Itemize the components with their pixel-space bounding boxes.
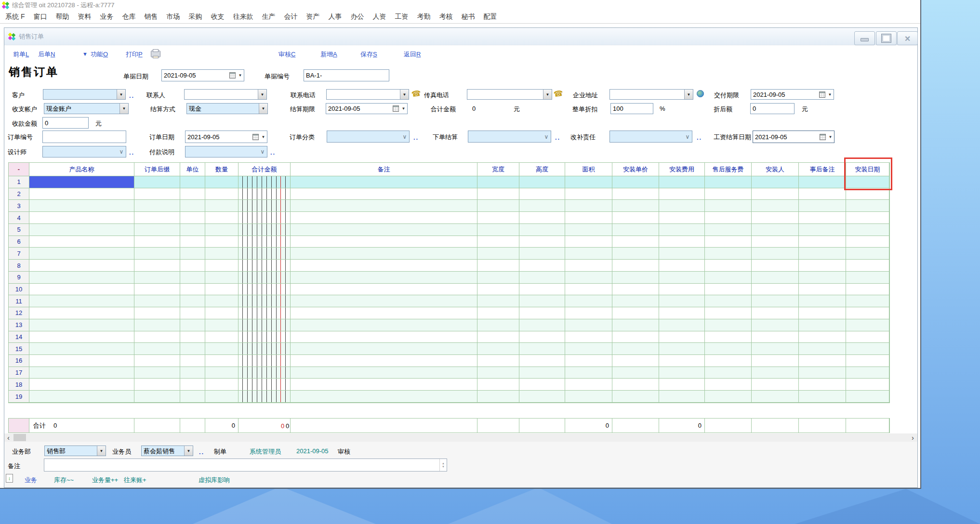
salary-date-picker[interactable]: 2021-09-05 ▼ bbox=[753, 131, 834, 143]
grid-cell[interactable] bbox=[477, 284, 519, 295]
grid-cell[interactable] bbox=[29, 236, 134, 248]
grid-corner-cell[interactable]: - bbox=[9, 163, 29, 176]
menu-item-20[interactable]: 秘书 bbox=[457, 13, 479, 21]
doc-no-input[interactable]: BA-1- bbox=[304, 69, 389, 81]
grid-cell[interactable] bbox=[612, 212, 659, 223]
grid-cell[interactable] bbox=[659, 176, 705, 188]
order-type-browse-button[interactable]: .. bbox=[413, 134, 419, 141]
back-button[interactable]: 返回R bbox=[404, 50, 421, 59]
menu-item-16[interactable]: 人资 bbox=[368, 13, 390, 21]
grid-header-cell[interactable]: 产品名称 bbox=[29, 163, 134, 176]
grid-cell[interactable] bbox=[291, 319, 477, 331]
grid-cell[interactable] bbox=[477, 272, 519, 283]
printer-icon[interactable] bbox=[151, 51, 160, 57]
grid-cell[interactable] bbox=[612, 367, 659, 379]
grid-cell[interactable] bbox=[205, 188, 238, 200]
grid-cell[interactable] bbox=[752, 272, 799, 283]
chevron-down-icon[interactable]: ▼ bbox=[117, 90, 125, 99]
grid-cell[interactable] bbox=[612, 176, 659, 188]
grid-cell[interactable] bbox=[180, 319, 205, 331]
grid-row-number[interactable]: 10 bbox=[9, 284, 29, 295]
menu-item-9[interactable]: 收支 bbox=[206, 13, 228, 21]
grid-cell[interactable] bbox=[705, 224, 752, 236]
grid-row-number[interactable]: 14 bbox=[9, 331, 29, 343]
menu-item-18[interactable]: 考勤 bbox=[412, 13, 435, 21]
grid-cell[interactable] bbox=[134, 367, 180, 379]
grid-cell[interactable] bbox=[180, 379, 205, 390]
grid-cell[interactable] bbox=[205, 295, 238, 307]
grid-header-cell[interactable]: 安装单价 bbox=[612, 163, 659, 176]
grid-cell[interactable] bbox=[29, 260, 134, 271]
menu-item-12[interactable]: 会计 bbox=[279, 13, 302, 21]
grid-cell[interactable] bbox=[134, 391, 180, 402]
grid-cell[interactable] bbox=[705, 331, 752, 343]
grid-cell[interactable] bbox=[29, 367, 134, 379]
grid-cell[interactable] bbox=[477, 295, 519, 307]
grid-cell[interactable] bbox=[705, 248, 752, 259]
grid-cell[interactable] bbox=[565, 391, 612, 402]
grid-cell[interactable] bbox=[799, 307, 846, 319]
grid-cell[interactable] bbox=[705, 379, 752, 390]
grid-cell[interactable] bbox=[846, 379, 889, 390]
grid-cell[interactable] bbox=[846, 248, 889, 259]
order-date-picker[interactable]: 2021-09-05 ▼ bbox=[185, 131, 267, 143]
grid-cell[interactable] bbox=[29, 379, 134, 390]
grid-cell[interactable] bbox=[519, 212, 565, 223]
grid-cell[interactable] bbox=[799, 272, 846, 283]
grid-cell[interactable] bbox=[752, 307, 799, 319]
grid-cell[interactable] bbox=[846, 284, 889, 295]
dept-combo[interactable]: 销售部 ▼ bbox=[44, 445, 106, 456]
scrollbar-thumb[interactable] bbox=[13, 434, 26, 441]
grid-cell[interactable] bbox=[846, 367, 889, 379]
chevron-down-icon[interactable]: ▼ bbox=[119, 104, 128, 114]
grid-cell[interactable] bbox=[29, 224, 134, 236]
print-button[interactable]: 打印P bbox=[126, 50, 143, 59]
menu-item-6[interactable]: 销售 bbox=[140, 13, 162, 21]
grid-cell[interactable] bbox=[612, 307, 659, 319]
function-button[interactable]: 功能O bbox=[91, 50, 108, 59]
grid-cell[interactable] bbox=[180, 236, 205, 248]
grid-cell[interactable] bbox=[752, 212, 799, 223]
grid-cell[interactable] bbox=[659, 355, 705, 367]
grid-cell[interactable] bbox=[238, 176, 291, 188]
contact-combo[interactable]: ▼ bbox=[184, 89, 267, 100]
grid-cell[interactable] bbox=[29, 200, 134, 211]
grid-cell[interactable] bbox=[238, 260, 291, 271]
grid-row-number[interactable]: 13 bbox=[9, 319, 29, 331]
grid-cell[interactable] bbox=[180, 355, 205, 367]
grid-cell[interactable] bbox=[134, 343, 180, 354]
grid-cell[interactable] bbox=[477, 319, 519, 331]
grid-cell[interactable] bbox=[752, 379, 799, 390]
grid-row-number[interactable]: 16 bbox=[9, 355, 29, 367]
grid-cell[interactable] bbox=[291, 200, 477, 211]
phone-icon[interactable]: ☎ bbox=[553, 89, 564, 99]
grid-cell[interactable] bbox=[180, 307, 205, 319]
grid-cell[interactable] bbox=[134, 200, 180, 211]
scroll-left-arrow[interactable]: ‹ bbox=[4, 433, 13, 442]
grid-cell[interactable] bbox=[29, 272, 134, 283]
grid-cell[interactable] bbox=[519, 200, 565, 211]
payment-note-combo[interactable]: ∨ bbox=[185, 146, 267, 157]
grid-cell[interactable] bbox=[519, 307, 565, 319]
grid-cell[interactable] bbox=[705, 176, 752, 188]
chevron-down-icon[interactable]: ▼ bbox=[97, 446, 106, 456]
grid-cell[interactable] bbox=[477, 367, 519, 379]
grid-cell[interactable] bbox=[565, 224, 612, 236]
chevron-down-icon[interactable]: ▼ bbox=[827, 135, 834, 139]
menu-item-4[interactable]: 业务 bbox=[95, 13, 118, 21]
grid-header-cell[interactable]: 事后备注 bbox=[799, 163, 846, 176]
grid-cell[interactable] bbox=[205, 319, 238, 331]
grid-cell[interactable] bbox=[205, 236, 238, 248]
grid-cell[interactable] bbox=[238, 391, 291, 402]
grid-cell[interactable] bbox=[519, 295, 565, 307]
grid-header-cell[interactable]: 订单后缀 bbox=[134, 163, 180, 176]
grid-header-cell[interactable]: 备注 bbox=[291, 163, 477, 176]
grid-cell[interactable] bbox=[565, 260, 612, 271]
grid-cell[interactable] bbox=[659, 367, 705, 379]
grid-cell[interactable] bbox=[29, 355, 134, 367]
grid-cell[interactable] bbox=[612, 331, 659, 343]
grid-cell[interactable] bbox=[205, 367, 238, 379]
grid-cell[interactable] bbox=[705, 284, 752, 295]
grid-cell[interactable] bbox=[238, 319, 291, 331]
chevron-down-icon[interactable]: ▼ bbox=[684, 90, 693, 99]
